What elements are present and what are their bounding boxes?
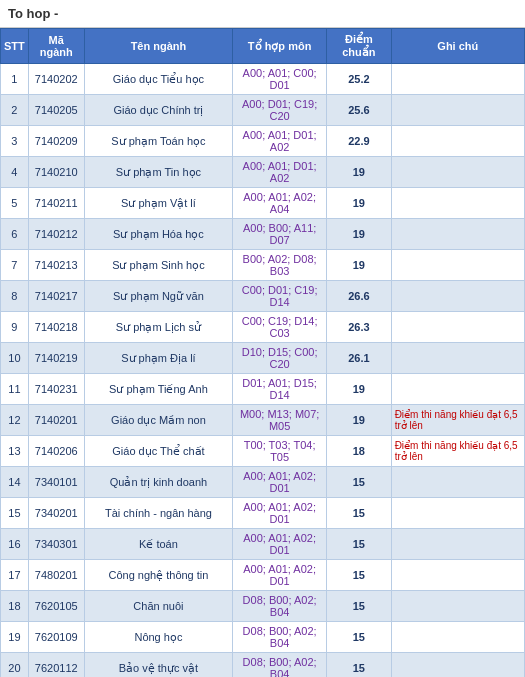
cell-combo: D10; D15; C00; C20 — [233, 343, 327, 374]
cell-name: Nông học — [84, 622, 232, 653]
table-row: 157340201Tài chính - ngân hàngA00; A01; … — [1, 498, 525, 529]
cell-stt: 11 — [1, 374, 29, 405]
table-row: 197620109Nông họcD08; B00; A02; B0415 — [1, 622, 525, 653]
cell-note: Điểm thi năng khiếu đạt 6,5 trở lên — [391, 405, 524, 436]
cell-name: Giáo dục Mầm non — [84, 405, 232, 436]
cell-code: 7340101 — [28, 467, 84, 498]
cell-name: Sư phạm Sinh học — [84, 250, 232, 281]
cell-combo: A00; A01; D01; A02 — [233, 157, 327, 188]
cell-code: 7140218 — [28, 312, 84, 343]
cell-note — [391, 374, 524, 405]
cell-combo: M00; M13; M07; M05 — [233, 405, 327, 436]
cell-name: Giáo dục Thể chất — [84, 436, 232, 467]
table-header-row: STT Mãngành Tên ngành Tổ hợp môn Điểm ch… — [1, 29, 525, 64]
cell-note — [391, 126, 524, 157]
cell-combo: D08; B00; A02; B04 — [233, 591, 327, 622]
table-row: 187620105Chăn nuôiD08; B00; A02; B0415 — [1, 591, 525, 622]
cell-code: 7140206 — [28, 436, 84, 467]
cell-combo: A00; A01; A02; A04 — [233, 188, 327, 219]
cell-code: 7140205 — [28, 95, 84, 126]
cell-combo: T00; T03; T04; T05 — [233, 436, 327, 467]
table-row: 17140202Giáo dục Tiểu họcA00; A01; C00; … — [1, 64, 525, 95]
cell-score: 26.3 — [327, 312, 392, 343]
cell-stt: 4 — [1, 157, 29, 188]
cell-code: 7340301 — [28, 529, 84, 560]
cell-score: 19 — [327, 188, 392, 219]
cell-name: Tài chính - ngân hàng — [84, 498, 232, 529]
cell-note — [391, 560, 524, 591]
cell-code: 7140201 — [28, 405, 84, 436]
table-row: 57140211Sư phạm Vật líA00; A01; A02; A04… — [1, 188, 525, 219]
cell-score: 15 — [327, 622, 392, 653]
cell-note — [391, 343, 524, 374]
table-row: 77140213Sư phạm Sinh họcB00; A02; D08; B… — [1, 250, 525, 281]
table-row: 207620112Bảo vệ thực vậtD08; B00; A02; B… — [1, 653, 525, 678]
cell-note — [391, 467, 524, 498]
cell-score: 15 — [327, 653, 392, 678]
cell-combo: D08; B00; A02; B04 — [233, 622, 327, 653]
cell-name: Bảo vệ thực vật — [84, 653, 232, 678]
cell-score: 22.9 — [327, 126, 392, 157]
cell-score: 15 — [327, 529, 392, 560]
cell-note — [391, 219, 524, 250]
cell-combo: A00; A01; C00; D01 — [233, 64, 327, 95]
cell-code: 7480201 — [28, 560, 84, 591]
cell-score: 15 — [327, 498, 392, 529]
cell-name: Sư phạm Vật lí — [84, 188, 232, 219]
cell-code: 7140211 — [28, 188, 84, 219]
cell-stt: 18 — [1, 591, 29, 622]
cell-combo: B00; A02; D08; B03 — [233, 250, 327, 281]
cell-score: 25.6 — [327, 95, 392, 126]
cell-code: 7140202 — [28, 64, 84, 95]
cell-stt: 2 — [1, 95, 29, 126]
cell-stt: 19 — [1, 622, 29, 653]
table-row: 27140205Giáo dục Chính trịA00; D01; C19;… — [1, 95, 525, 126]
cell-note: Điểm thi năng khiếu đạt 6,5 trở lên — [391, 436, 524, 467]
cell-name: Sư phạm Tiếng Anh — [84, 374, 232, 405]
cell-name: Sư phạm Ngữ văn — [84, 281, 232, 312]
cell-name: Sư phạm Tin học — [84, 157, 232, 188]
cell-stt: 10 — [1, 343, 29, 374]
table-row: 127140201Giáo dục Mầm nonM00; M13; M07; … — [1, 405, 525, 436]
cell-combo: A00; A01; A02; D01 — [233, 498, 327, 529]
cell-score: 26.1 — [327, 343, 392, 374]
cell-stt: 5 — [1, 188, 29, 219]
cell-name: Sư phạm Lịch sử — [84, 312, 232, 343]
cell-note — [391, 250, 524, 281]
cell-combo: D01; A01; D15; D14 — [233, 374, 327, 405]
cell-combo: A00; A01; D01; A02 — [233, 126, 327, 157]
cell-score: 15 — [327, 560, 392, 591]
cell-name: Giáo dục Tiểu học — [84, 64, 232, 95]
cell-stt: 12 — [1, 405, 29, 436]
col-score: Điểm chuẩn — [327, 29, 392, 64]
cell-stt: 20 — [1, 653, 29, 678]
table-row: 137140206Giáo dục Thể chấtT00; T03; T04;… — [1, 436, 525, 467]
cell-score: 19 — [327, 157, 392, 188]
cell-code: 7620112 — [28, 653, 84, 678]
cell-note — [391, 95, 524, 126]
cell-note — [391, 498, 524, 529]
table-row: 117140231Sư phạm Tiếng AnhD01; A01; D15;… — [1, 374, 525, 405]
table-row: 147340101Quản trị kinh doanhA00; A01; A0… — [1, 467, 525, 498]
cell-stt: 7 — [1, 250, 29, 281]
cell-code: 7140209 — [28, 126, 84, 157]
col-note: Ghi chú — [391, 29, 524, 64]
cell-note — [391, 622, 524, 653]
cell-score: 25.2 — [327, 64, 392, 95]
table-row: 177480201Công nghệ thông tinA00; A01; A0… — [1, 560, 525, 591]
cell-code: 7140213 — [28, 250, 84, 281]
cell-score: 26.6 — [327, 281, 392, 312]
cell-combo: A00; A01; A02; D01 — [233, 560, 327, 591]
cell-note — [391, 529, 524, 560]
cell-name: Chăn nuôi — [84, 591, 232, 622]
header-title: To hop - — [8, 6, 58, 21]
table-row: 167340301Kế toánA00; A01; A02; D0115 — [1, 529, 525, 560]
table-row: 107140219Sư phạm Địa líD10; D15; C00; C2… — [1, 343, 525, 374]
cell-name: Kế toán — [84, 529, 232, 560]
cell-stt: 17 — [1, 560, 29, 591]
cell-combo: A00; A01; A02; D01 — [233, 529, 327, 560]
cell-note — [391, 157, 524, 188]
cell-note — [391, 591, 524, 622]
cell-code: 7620105 — [28, 591, 84, 622]
cell-stt: 6 — [1, 219, 29, 250]
